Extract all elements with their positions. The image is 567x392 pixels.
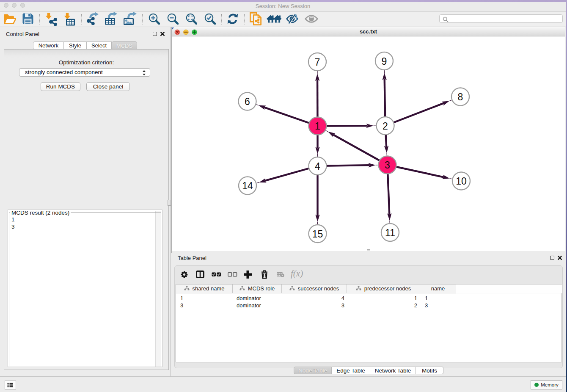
svg-text:8: 8	[458, 91, 463, 102]
svg-text:10: 10	[456, 176, 467, 187]
svg-text:2: 2	[383, 121, 388, 132]
svg-text:11: 11	[385, 227, 395, 238]
svg-text:7: 7	[315, 57, 320, 68]
svg-text:3: 3	[385, 160, 390, 171]
svg-text:6: 6	[245, 96, 250, 107]
svg-text:1: 1	[315, 121, 320, 132]
svg-text:4: 4	[315, 161, 320, 172]
svg-text:15: 15	[312, 229, 323, 240]
svg-text:9: 9	[382, 56, 387, 67]
svg-text:14: 14	[242, 180, 253, 191]
